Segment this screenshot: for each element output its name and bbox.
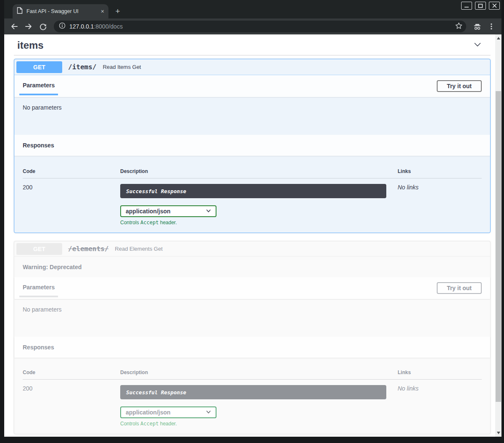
browser-tab[interactable]: Fast API - Swagger UI × xyxy=(13,4,108,18)
new-tab-button[interactable]: + xyxy=(112,5,124,17)
try-it-out-button[interactable]: Try it out xyxy=(437,80,482,92)
operation-path: /elements/ xyxy=(68,245,108,253)
reload-icon[interactable] xyxy=(37,21,49,32)
parameters-tab[interactable]: Parameters xyxy=(23,284,55,292)
swagger-content: items GET /items/ Read Items Get Paramet… xyxy=(4,34,495,437)
media-type-value: application/json xyxy=(126,208,171,215)
links-column-header: Links xyxy=(398,370,482,379)
description-column-header: Description xyxy=(120,168,398,178)
responses-title: Responses xyxy=(23,142,54,149)
arrow-left-icon[interactable] xyxy=(8,21,20,32)
links-column-header: Links xyxy=(398,168,482,178)
media-type-select[interactable]: application/json xyxy=(120,406,216,418)
accept-header-note: Controls Accept header. xyxy=(120,421,398,427)
no-parameters-text: No parameters xyxy=(23,306,62,313)
method-badge: GET xyxy=(16,61,62,73)
select-chevron-down-icon xyxy=(206,409,211,416)
response-code: 200 xyxy=(23,380,120,427)
responses-body: Code Description Links 200 Successful Re… xyxy=(14,156,490,233)
media-type-value: application/json xyxy=(126,409,171,416)
parameters-tab[interactable]: Parameters xyxy=(23,82,55,90)
chevron-down-icon[interactable] xyxy=(473,40,482,51)
responses-section-header: Responses xyxy=(14,337,490,358)
parameters-section-header: Parameters Try it out xyxy=(14,277,490,299)
arrow-right-icon[interactable] xyxy=(23,21,34,32)
operation-block-elements: GET /elements/ Read Elements Get Warning… xyxy=(14,241,491,434)
operation-path: /items/ xyxy=(68,63,96,71)
browser-toolbar: 127.0.0.1:8000/docs xyxy=(4,18,501,34)
responses-body: Code Description Links 200 Successful Re… xyxy=(14,358,490,434)
tab-title: Fast API - Swagger UI xyxy=(26,8,97,14)
code-column-header: Code xyxy=(23,370,120,379)
operation-summary[interactable]: GET /items/ Read Items Get xyxy=(14,59,490,75)
try-it-out-button[interactable]: Try it out xyxy=(437,282,482,294)
minimize-icon[interactable] xyxy=(461,2,472,10)
response-description: Successful Response xyxy=(120,385,386,399)
window-controls xyxy=(461,2,500,10)
response-description-cell: Successful Response application/json Con… xyxy=(120,178,398,225)
responses-table: Code Description Links 200 Successful Re… xyxy=(23,370,482,427)
info-icon[interactable] xyxy=(59,22,66,31)
description-column-header: Description xyxy=(120,370,398,379)
responses-table: Code Description Links 200 Successful Re… xyxy=(23,168,482,225)
response-links: No links xyxy=(398,380,482,427)
deprecated-warning-row: Warning: Deprecated xyxy=(14,257,490,277)
select-chevron-down-icon xyxy=(206,208,211,215)
operation-summary-text: Read Items Get xyxy=(103,64,141,70)
operation-summary[interactable]: GET /elements/ Read Elements Get xyxy=(14,241,490,257)
page-scrollbar[interactable] xyxy=(495,34,501,437)
operation-summary-text: Read Elements Get xyxy=(115,246,162,252)
response-description-cell: Successful Response application/json Con… xyxy=(120,380,398,427)
response-links: No links xyxy=(398,178,482,225)
browser-window: Fast API - Swagger UI × + xyxy=(0,0,504,443)
responses-section-header: Responses xyxy=(14,135,490,156)
incognito-icon[interactable] xyxy=(471,21,483,32)
operation-block-items: GET /items/ Read Items Get Parameters Tr… xyxy=(14,59,491,233)
tab-strip: Fast API - Swagger UI × + xyxy=(4,0,501,18)
url-bar[interactable]: 127.0.0.1:8000/docs xyxy=(54,21,466,32)
method-badge: GET xyxy=(16,243,62,255)
page-viewport: items GET /items/ Read Items Get Paramet… xyxy=(4,34,501,437)
media-type-select[interactable]: application/json xyxy=(120,205,216,217)
code-column-header: Code xyxy=(23,168,120,178)
document-icon xyxy=(17,7,23,16)
responses-title: Responses xyxy=(23,344,54,351)
star-icon[interactable] xyxy=(455,22,463,31)
url-host: 127.0.0.1 xyxy=(69,23,94,30)
url-path: :8000/docs xyxy=(94,23,123,30)
response-description: Successful Response xyxy=(120,184,386,198)
api-section-title: items xyxy=(17,39,44,51)
response-code: 200 xyxy=(23,178,120,225)
url-text: 127.0.0.1:8000/docs xyxy=(69,23,123,30)
tab-close-icon[interactable]: × xyxy=(101,8,104,14)
scrollbar-thumb[interactable] xyxy=(496,91,501,402)
deprecated-warning: Warning: Deprecated xyxy=(23,264,82,270)
scrollbar-down-arrow[interactable] xyxy=(495,430,501,436)
parameters-body: No parameters xyxy=(14,299,490,337)
close-icon[interactable] xyxy=(489,2,500,10)
kebab-menu-icon[interactable] xyxy=(486,21,497,32)
accept-header-note: Controls Accept header. xyxy=(120,220,398,225)
no-parameters-text: No parameters xyxy=(23,104,62,111)
parameters-section-header: Parameters Try it out xyxy=(14,75,490,97)
scrollbar-up-arrow[interactable] xyxy=(495,35,501,41)
maximize-icon[interactable] xyxy=(475,2,486,10)
parameters-body: No parameters xyxy=(14,97,490,135)
api-section-header[interactable]: items xyxy=(14,38,491,55)
